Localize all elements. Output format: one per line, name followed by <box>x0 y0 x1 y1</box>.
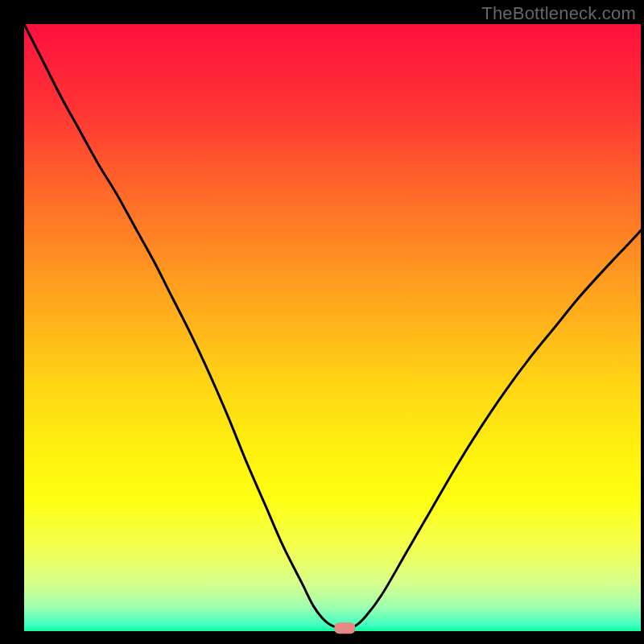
optimum-marker <box>334 622 355 634</box>
chart-canvas <box>0 0 644 644</box>
chart-gradient-bg <box>24 24 641 631</box>
watermark-text: TheBottleneck.com <box>481 3 636 24</box>
bottleneck-chart: TheBottleneck.com <box>0 0 644 644</box>
